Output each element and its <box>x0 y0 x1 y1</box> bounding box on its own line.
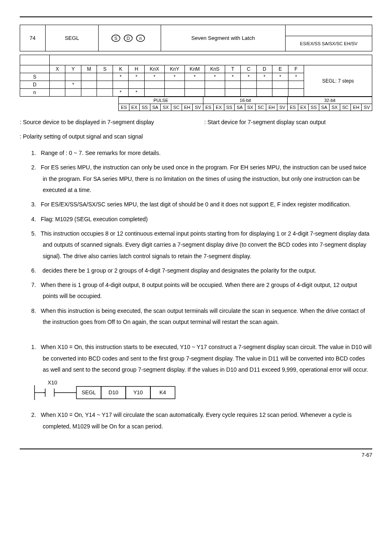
col-f: F <box>288 65 304 73</box>
pol-line: : Polarity setting of output signal and … <box>20 131 372 142</box>
example-2: 2. When X10 = On, Y14 ~ Y17 will circula… <box>31 409 372 432</box>
col-kns: KnS <box>205 65 225 73</box>
header-table: 74 SEGL S D n Seven Segment with Latch <box>20 25 372 51</box>
col-x: X <box>49 65 65 73</box>
col-knx: KnX <box>144 65 164 73</box>
bit-table: PULSE 16-bit 32-bit ES EX SS SA SX SC EH… <box>118 97 372 111</box>
src-line: : Source device to be displayed in 7-seg… <box>20 117 188 128</box>
desc-cell: Seven Segment with Latch <box>161 25 286 51</box>
series-box: ES/EX/SS SA/SX/SC EH/SV <box>286 36 372 51</box>
col-e: E <box>272 65 288 73</box>
col-d: D <box>256 65 272 73</box>
svg-text:n: n <box>139 36 142 41</box>
item-7: 7. When there is 1 group of 4-digit outp… <box>31 280 372 302</box>
bottom-rule <box>20 449 372 449</box>
svg-text:D: D <box>127 36 130 41</box>
ladder-op3: K4 <box>159 389 166 395</box>
operand-icons: S D n <box>111 35 148 41</box>
item-8: 8. When this instruction is being execut… <box>31 305 372 328</box>
page-number: 7-67 <box>20 452 372 458</box>
col-kny: KnY <box>164 65 184 73</box>
col-m: M <box>81 65 97 73</box>
icons-cell: S D n <box>99 25 161 51</box>
svg-text:S: S <box>115 36 118 41</box>
steps-cell: SEGL: 7 steps <box>304 65 372 97</box>
ladder-diagram: X10 SEGL D10 Y10 K4 <box>31 379 372 402</box>
start-line: : Start device for 7-segment display sca… <box>204 117 372 128</box>
item-2: 2. For ES series MPU, the instruction ca… <box>31 162 372 196</box>
ladder-svg: X10 SEGL D10 Y10 K4 <box>31 379 179 402</box>
empty-box <box>286 25 372 36</box>
bit32-label: 32-bit <box>288 97 372 104</box>
pulse-label: PULSE <box>119 97 203 104</box>
name-cell: SEGL <box>45 25 99 51</box>
example-1: 1. When X10 = On, this instruction start… <box>31 342 372 375</box>
col-k: K <box>113 65 129 73</box>
definition-lines: : Source device to be displayed in 7-seg… <box>20 117 372 128</box>
col-y: Y <box>65 65 81 73</box>
col-t: T <box>225 65 241 73</box>
ladder-op2: Y10 <box>133 389 143 395</box>
col-s: S <box>97 65 113 73</box>
ladder-inst: SEGL <box>82 389 96 395</box>
bit-row: ES EX SS SA SX SC EH SV ES EX SS SA SX S… <box>119 104 372 111</box>
bit16-label: 16-bit <box>203 97 288 104</box>
item-6: 6. decides there be 1 group or 2 groups … <box>31 265 372 276</box>
item-1: 1. Range of : 0 ~ 7. See remarks for mor… <box>31 148 372 159</box>
operand-head-spacer <box>20 55 372 65</box>
col-h: H <box>129 65 145 73</box>
ladder-op1: D10 <box>108 389 118 395</box>
item-4: 4. Flag: M1029 (SEGL execution completed… <box>31 214 372 225</box>
operand-header-row: X Y M S K H KnX KnY KnM KnS T C D E F SE… <box>20 65 372 73</box>
api-cell: 74 <box>20 25 46 51</box>
ladder-contact-label: X10 <box>48 379 57 386</box>
operand-table: X Y M S K H KnX KnY KnM KnS T C D E F SE… <box>20 55 372 97</box>
col-c: C <box>241 65 257 73</box>
col-knm: KnM <box>184 65 205 73</box>
top-rule <box>20 16 372 17</box>
item-3: 3. For ES/EX/SS/SA/SX/SC series MPU, the… <box>31 199 372 210</box>
item-5: 5. This instruction occupies 8 or 12 con… <box>31 228 372 262</box>
